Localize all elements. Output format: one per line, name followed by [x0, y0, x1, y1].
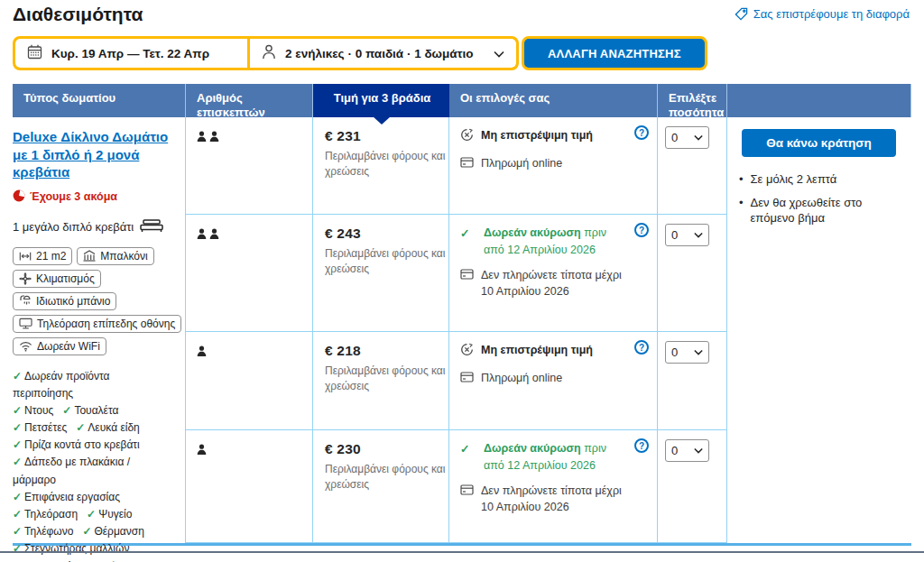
help-question-icon[interactable]: ?: [634, 125, 649, 140]
facility-line: ✓Στεγνωτήρας μαλλιών: [13, 540, 176, 557]
option-payment-label: Πληρωμή online: [481, 155, 562, 173]
date-range-field[interactable]: Κυρ. 19 Απρ — Τετ. 22 Απρ: [15, 39, 247, 68]
check-icon: ✓: [76, 421, 85, 434]
price-note: Περιλαμβάνει φόρους και χρεώσεις: [325, 364, 447, 395]
chevron-down-icon: [694, 349, 703, 355]
room-feature-chip: Τηλεόραση επίπεδης οθόνης: [13, 315, 181, 333]
reserve-cell: Θα κάνω κράτηση •Σε μόλις 2 λεπτά•Δεν θα…: [727, 117, 911, 543]
price-cell: € 218 Περιλαμβάνει φόρους και χρεώσεις: [313, 332, 449, 430]
help-question-icon[interactable]: ?: [634, 438, 649, 453]
options-cell: ? ✓ Δωρεάν ακύρωση πριν από 12 Απριλίου …: [449, 215, 658, 332]
option-payment: Πληρωμή online: [460, 370, 626, 388]
check-icon: ✓: [13, 508, 22, 521]
price-value: € 218: [325, 343, 438, 359]
option-condition: Μη επιστρέψιμη τιμή: [460, 127, 626, 147]
column-header-guests: Αριθμός επισκεπτών: [186, 84, 313, 117]
nonrefundable-icon: [460, 342, 475, 362]
room-feature-chip: Κλιματισμός: [13, 270, 101, 288]
room-facilities: ✓Δωρεάν προϊόντα περιποίησης✓Ντους✓Τουαλ…: [13, 368, 176, 562]
quantity-select[interactable]: 0: [665, 224, 709, 246]
check-icon: ✓: [460, 440, 475, 474]
reserve-bullets: •Σε μόλις 2 λεπτά•Δεν θα χρεωθείτε στο ε…: [739, 171, 904, 226]
check-icon: ✓: [13, 491, 22, 503]
balcony-icon: [83, 250, 96, 262]
facility-item: ✓Θέρμανση: [82, 525, 144, 538]
quantity-select[interactable]: 0: [665, 126, 709, 149]
scarcity-notice: Έχουμε 3 ακόμα: [13, 189, 176, 205]
facility-line: ✓Πρίζα κοντά στο κρεβάτι: [13, 437, 176, 454]
facility-line: ✓Ηλεκτρικός βραστήρας: [13, 558, 176, 562]
chip-label: Δωρεάν WiFi: [37, 340, 100, 353]
facility-item: ✓Επιφάνεια εργασίας: [13, 491, 120, 503]
check-icon: ✓: [13, 404, 22, 417]
quantity-value: 0: [671, 228, 678, 242]
facility-item: ✓Λευκά είδη: [76, 421, 139, 434]
facility-line: ✓Επιφάνεια εργασίας: [13, 489, 176, 506]
check-icon: ✓: [13, 438, 22, 451]
room-chips: 21 m2ΜπαλκόνιΚλιματισμόςΙδιωτικό μπάνιοΤ…: [13, 247, 186, 355]
reserve-bullet: •Σε μόλις 2 λεπτά: [739, 171, 892, 188]
quantity-value: 0: [671, 444, 678, 457]
help-question-icon[interactable]: ?: [634, 340, 649, 355]
facility-line: ✓Τηλεόραση✓Ψυγείο: [13, 506, 176, 523]
option-condition: ✓ Δωρεάν ακύρωση πριν από 12 Απριλίου 20…: [460, 225, 626, 259]
guests-cell: [186, 430, 313, 543]
facility-item: ✓Τηλεόραση: [13, 508, 78, 521]
quantity-select[interactable]: 0: [665, 439, 709, 462]
facility-line: ✓Τηλέφωνο✓Θέρμανση: [13, 523, 176, 540]
quantity-value: 0: [671, 345, 678, 359]
person-icon: [262, 44, 276, 62]
options-cell: ? Μη επιστρέψιμη τιμή Πληρωμή online: [449, 332, 658, 430]
bullet-dot: •: [739, 195, 744, 226]
options-cell: ? Μη επιστρέψιμη τιμή Πληρωμή online: [449, 117, 658, 215]
option-payment-label: Δεν πληρώνετε τίποτα μέχρι 10 Απριλίου 2…: [481, 483, 626, 517]
occupancy-value: 2 ενήλικες · 0 παιδιά · 1 δωμάτιο: [285, 47, 474, 60]
option-condition-label: Μη επιστρέψιμη τιμή: [481, 127, 593, 147]
facility-line: ✓Ντους✓Τουαλέτα: [13, 402, 176, 419]
change-search-button[interactable]: ΑΛΛΑΓΗ ΑΝΑΖΗΤΗΣΗΣ: [522, 36, 707, 70]
option-payment-label: Πληρωμή online: [481, 370, 562, 388]
nonrefundable-icon: [460, 127, 475, 147]
check-icon: ✓: [62, 404, 71, 417]
bed-config-label: 1 μεγάλο διπλό κρεβάτι: [13, 220, 134, 234]
facility-item: ✓Τουαλέτα: [62, 404, 118, 417]
column-header-empty: [727, 84, 911, 117]
refund-difference-link[interactable]: Σας επιστρέφουμε τη διαφορά: [735, 7, 910, 21]
chevron-down-icon: [494, 47, 504, 60]
card-icon: [460, 155, 475, 173]
price-value: € 243: [325, 226, 438, 242]
option-condition-label: Δωρεάν ακύρωση: [484, 442, 581, 455]
option-condition-label: Μη επιστρέψιμη τιμή: [481, 342, 593, 362]
chevron-down-icon: [694, 447, 703, 454]
card-icon: [460, 483, 475, 517]
card-icon: [460, 267, 475, 301]
occupancy-field[interactable]: 2 ενήλικες · 0 παιδιά · 1 δωμάτιο: [250, 39, 516, 68]
price-note: Περιλαμβάνει φόρους και χρεώσεις: [325, 462, 447, 493]
chip-label: Τηλεόραση επίπεδης οθόνης: [37, 318, 175, 330]
check-icon: ✓: [82, 525, 91, 538]
facility-item: ✓Πρίζα κοντά στο κρεβάτι: [13, 438, 140, 451]
price-note: Περιλαμβάνει φόρους και χρεώσεις: [325, 246, 447, 278]
facility-line: ✓Δωρεάν προϊόντα περιποίησης: [13, 368, 176, 402]
check-icon: ✓: [13, 542, 22, 555]
bed-configuration: 1 μεγάλο διπλό κρεβάτι: [13, 218, 176, 235]
limited-time-clock-icon: [13, 189, 25, 205]
room-name-link[interactable]: Deluxe Δίκλινο Δωμάτιο με 1 διπλό ή 2 μο…: [13, 128, 171, 181]
guests-cell: [186, 332, 313, 430]
availability-page: Διαθεσιμότητα Σας επιστρέφουμε τη διαφορ…: [0, 0, 924, 562]
price-cell: € 230 Περιλαμβάνει φόρους και χρεώσεις: [313, 430, 449, 543]
reserve-bullet: •Δεν θα χρεωθείτε στο επόμενο βήμα: [739, 195, 892, 226]
reserve-button[interactable]: Θα κάνω κράτηση: [742, 129, 896, 157]
price-value: € 230: [325, 441, 438, 457]
help-question-icon[interactable]: ?: [634, 223, 649, 237]
guests-cell: [186, 215, 313, 332]
chevron-down-icon: [694, 232, 703, 238]
guest-person-icon: [209, 129, 219, 145]
double-bed-icon: [139, 218, 164, 235]
quantity-select[interactable]: 0: [665, 341, 709, 364]
check-icon: ✓: [13, 370, 22, 382]
guest-person-icon: [197, 129, 207, 145]
guest-person-icon: [197, 344, 207, 360]
check-icon: ✓: [13, 456, 22, 468]
option-payment: Πληρωμή online: [460, 155, 626, 173]
